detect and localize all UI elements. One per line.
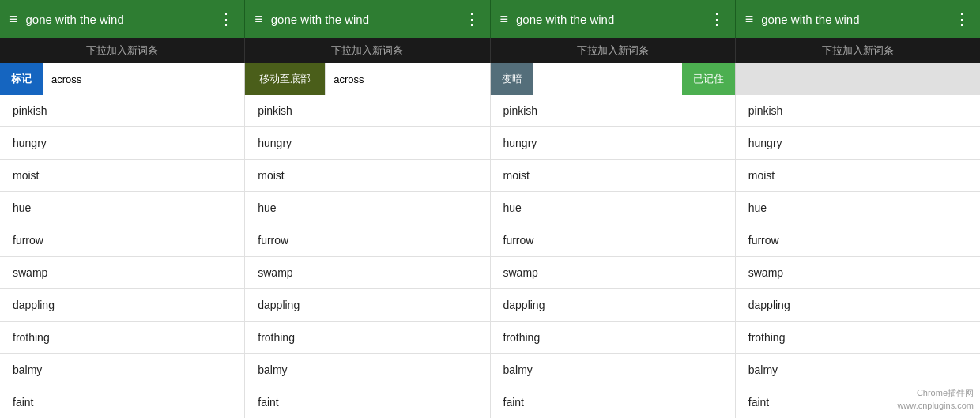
word-item[interactable]: hungry	[0, 127, 244, 160]
word-column-2: pinkishhungrymoisthuefurrowswampdappling…	[245, 95, 490, 418]
word-column-3: pinkishhungrymoisthuefurrowswampdappling…	[491, 95, 736, 418]
word-column-1: pinkishhungrymoisthuefurrowswampdappling…	[0, 95, 245, 418]
tab-input-1[interactable]	[43, 63, 244, 95]
hamburger-icon-2[interactable]: ≡	[254, 11, 263, 28]
word-item[interactable]: frothing	[0, 322, 244, 354]
word-item[interactable]: pinkish	[491, 95, 735, 127]
subtitle-3[interactable]: 下拉加入新词条	[491, 38, 736, 63]
word-item[interactable]: hue	[736, 192, 980, 224]
word-item[interactable]: hungry	[736, 127, 980, 160]
header-cell-2: ≡ gone with the wind ⋮	[245, 0, 490, 38]
word-item[interactable]: balmy	[0, 354, 244, 386]
word-item[interactable]: balmy	[245, 354, 489, 386]
tab-label-btn-2[interactable]: 移动至底部	[245, 63, 325, 95]
hamburger-icon-1[interactable]: ≡	[9, 11, 18, 28]
word-item[interactable]: balmy	[736, 354, 980, 386]
hamburger-icon-4[interactable]: ≡	[745, 11, 754, 28]
word-item[interactable]: frothing	[491, 322, 735, 354]
header-cell-1: ≡ gone with the wind ⋮	[0, 0, 245, 38]
word-item[interactable]: swamp	[0, 257, 244, 289]
tab-input-4[interactable]	[736, 63, 980, 95]
header-title-2: gone with the wind	[271, 13, 464, 26]
word-item[interactable]: furrow	[245, 224, 489, 257]
dots-icon-4[interactable]: ⋮	[954, 9, 971, 28]
word-item[interactable]: moist	[491, 160, 735, 192]
dots-icon-2[interactable]: ⋮	[464, 9, 481, 28]
header-cell-3: ≡ gone with the wind ⋮	[491, 0, 736, 38]
word-item[interactable]: moist	[0, 160, 244, 192]
word-item[interactable]: pinkish	[736, 95, 980, 127]
subtitle-2[interactable]: 下拉加入新词条	[245, 38, 490, 63]
tab-label-btn-1[interactable]: 标记	[0, 63, 43, 95]
word-item[interactable]: pinkish	[245, 95, 489, 127]
header-cell-4: ≡ gone with the wind ⋮	[736, 0, 980, 38]
tab-section-2: 移动至底部	[245, 63, 490, 95]
word-item[interactable]: faint	[0, 386, 244, 418]
header-title-1: gone with the wind	[26, 13, 219, 26]
word-item[interactable]: frothing	[245, 322, 489, 354]
word-list: pinkishhungrymoisthuefurrowswampdappling…	[0, 95, 980, 418]
word-item[interactable]: balmy	[491, 354, 735, 386]
word-item[interactable]: faint	[491, 386, 735, 418]
word-item[interactable]: dappling	[736, 289, 980, 322]
dots-icon-3[interactable]: ⋮	[709, 9, 726, 28]
word-item[interactable]: moist	[736, 160, 980, 192]
word-item[interactable]: swamp	[736, 257, 980, 289]
watermark: Chrome插件网 www.cnplugins.com	[897, 387, 974, 412]
tab-section-1: 标记	[0, 63, 245, 95]
word-item[interactable]: hue	[0, 192, 244, 224]
word-item[interactable]: moist	[245, 160, 489, 192]
header-row: ≡ gone with the wind ⋮ ≡ gone with the w…	[0, 0, 980, 38]
tab-row: 标记 移动至底部 变暗 已记住	[0, 63, 980, 95]
word-item[interactable]: hungry	[491, 127, 735, 160]
header-title-4: gone with the wind	[761, 13, 954, 26]
hamburger-icon-3[interactable]: ≡	[500, 11, 509, 28]
word-item[interactable]: swamp	[245, 257, 489, 289]
subtitle-row: 下拉加入新词条 下拉加入新词条 下拉加入新词条 下拉加入新词条	[0, 38, 980, 63]
word-item[interactable]: dappling	[0, 289, 244, 322]
word-item[interactable]: dappling	[245, 289, 489, 322]
header-title-3: gone with the wind	[516, 13, 709, 26]
word-item[interactable]: dappling	[491, 289, 735, 322]
dots-icon-1[interactable]: ⋮	[218, 9, 235, 28]
subtitle-1[interactable]: 下拉加入新词条	[0, 38, 245, 63]
tab-label-btn-3[interactable]: 变暗	[491, 63, 533, 95]
word-item[interactable]: hue	[245, 192, 489, 224]
word-item[interactable]: frothing	[736, 322, 980, 354]
word-item[interactable]: furrow	[736, 224, 980, 257]
word-item[interactable]: pinkish	[0, 95, 244, 127]
word-item[interactable]: hungry	[245, 127, 489, 160]
tab-section-3: 变暗 已记住	[491, 63, 736, 95]
tab-label-btn-4[interactable]: 已记住	[682, 63, 735, 95]
word-column-4: pinkishhungrymoisthuefurrowswampdappling…	[736, 95, 980, 418]
tab-section-4	[736, 63, 980, 95]
tab-input-2[interactable]	[325, 63, 489, 95]
word-item[interactable]: swamp	[491, 257, 735, 289]
word-item[interactable]: furrow	[491, 224, 735, 257]
word-item[interactable]: faint	[245, 386, 489, 418]
subtitle-4[interactable]: 下拉加入新词条	[736, 38, 980, 63]
word-item[interactable]: furrow	[0, 224, 244, 257]
tab-input-3[interactable]	[533, 63, 682, 95]
word-item[interactable]: hue	[491, 192, 735, 224]
